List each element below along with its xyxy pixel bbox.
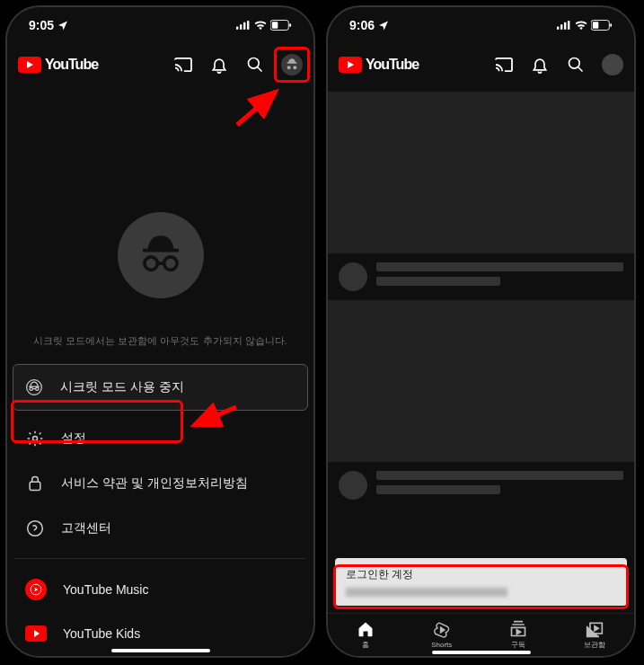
bell-icon[interactable]: [530, 55, 550, 75]
svg-point-9: [163, 257, 177, 270]
help-icon: [25, 519, 45, 538]
wifi-icon: [254, 20, 267, 31]
svg-rect-19: [564, 22, 566, 30]
svg-rect-0: [236, 27, 238, 30]
video-thumbnail[interactable]: [328, 300, 634, 462]
svg-rect-22: [593, 22, 598, 28]
status-indicators: [236, 20, 292, 31]
menu-label: 시크릿 모드 사용 중지: [60, 379, 184, 395]
subscriptions-icon: [509, 620, 527, 638]
svg-point-13: [28, 521, 43, 536]
svg-point-11: [33, 437, 38, 441]
account-avatar[interactable]: [602, 54, 623, 75]
incognito-icon: [118, 212, 204, 298]
youtube-brand-text: YouTube: [45, 57, 98, 73]
youtube-kids-icon: [25, 625, 47, 642]
toast-title: 로그인한 계정: [346, 567, 616, 582]
svg-rect-17: [557, 27, 559, 30]
video-subtitle-placeholder: [376, 277, 500, 286]
youtube-logo[interactable]: YouTube: [339, 57, 419, 73]
nav-shorts[interactable]: Shorts: [431, 621, 452, 649]
nav-subscriptions[interactable]: 구독: [509, 620, 527, 650]
home-icon: [357, 620, 375, 638]
bell-icon[interactable]: [209, 55, 229, 75]
nav-home[interactable]: 홈: [357, 620, 375, 650]
library-icon: [586, 620, 604, 638]
youtube-music-button[interactable]: YouTube Music: [14, 566, 306, 613]
svg-rect-5: [272, 22, 278, 28]
svg-rect-6: [289, 23, 291, 27]
video-title-placeholder: [376, 262, 623, 271]
incognito-avatar[interactable]: [281, 54, 303, 75]
svg-rect-12: [30, 482, 40, 490]
location-arrow-icon: [57, 20, 68, 31]
lock-icon: [25, 474, 45, 493]
svg-point-24: [569, 58, 580, 69]
youtube-music-icon: [25, 579, 47, 600]
youtube-play-icon: [18, 57, 41, 73]
help-button[interactable]: 고객센터: [14, 506, 306, 551]
gear-icon: [25, 429, 45, 448]
app-header: YouTube: [328, 43, 634, 86]
phone-left: 9:05 YouTube: [5, 5, 315, 658]
cast-icon[interactable]: [494, 55, 514, 75]
video-card[interactable]: [328, 92, 634, 300]
nav-label: 구독: [511, 640, 525, 650]
youtube-brand-text: YouTube: [366, 57, 419, 73]
nav-label: Shorts: [431, 641, 452, 649]
incognito-small-icon: [24, 377, 44, 397]
login-toast[interactable]: 로그인한 계정: [335, 558, 627, 606]
phone-right: 9:06 YouTube: [326, 5, 636, 658]
channel-avatar[interactable]: [339, 262, 367, 291]
channel-avatar[interactable]: [339, 471, 367, 500]
status-bar: 9:06: [328, 7, 634, 43]
youtube-play-icon: [339, 57, 362, 73]
video-thumbnail[interactable]: [328, 92, 634, 253]
signal-icon: [236, 20, 251, 31]
svg-rect-20: [568, 21, 569, 30]
video-meta: [328, 253, 634, 300]
terms-button[interactable]: 서비스 약관 및 개인정보처리방침: [14, 461, 306, 506]
search-icon[interactable]: [566, 55, 586, 75]
home-indicator[interactable]: [432, 651, 531, 654]
svg-rect-18: [560, 24, 562, 30]
video-meta: [328, 462, 634, 509]
menu-label: 서비스 약관 및 개인정보처리방침: [61, 475, 248, 492]
status-bar: 9:05: [7, 7, 313, 43]
video-title-placeholder: [376, 471, 623, 480]
toast-account-blurred: [346, 588, 507, 597]
incognito-hero: 시크릿 모드에서는 보관함에 아무것도 추가되지 않습니다.: [7, 86, 313, 348]
menu-sheet: 시크릿 모드 사용 중지 설정 서비스 약관 및 개인정보처리방침 고객센터: [7, 364, 313, 654]
wifi-icon: [575, 20, 587, 31]
menu-divider: [14, 558, 306, 559]
shorts-icon: [433, 621, 451, 639]
nav-label: 홈: [362, 640, 369, 650]
menu-label: 설정: [61, 430, 86, 447]
signal-icon: [557, 20, 571, 31]
app-header: YouTube: [7, 43, 313, 86]
settings-button[interactable]: 설정: [14, 416, 306, 461]
status-time: 9:05: [29, 18, 54, 32]
search-icon[interactable]: [245, 55, 265, 75]
video-card[interactable]: [328, 300, 634, 509]
svg-point-7: [249, 58, 260, 69]
nav-library[interactable]: 보관함: [584, 620, 605, 650]
status-indicators: [557, 20, 613, 31]
menu-label: YouTube Kids: [63, 626, 140, 641]
cast-icon[interactable]: [173, 55, 193, 75]
stop-incognito-button[interactable]: 시크릿 모드 사용 중지: [13, 364, 308, 411]
battery-icon: [591, 20, 613, 31]
video-feed[interactable]: [328, 86, 634, 509]
svg-point-8: [144, 257, 157, 270]
home-indicator[interactable]: [111, 649, 210, 652]
svg-rect-2: [243, 22, 245, 30]
svg-rect-3: [247, 21, 249, 30]
incognito-message: 시크릿 모드에서는 보관함에 아무것도 추가되지 않습니다.: [33, 334, 287, 348]
nav-label: 보관함: [584, 640, 605, 650]
battery-icon: [270, 20, 292, 31]
menu-label: YouTube Music: [63, 582, 148, 597]
location-arrow-icon: [378, 20, 389, 31]
menu-label: 고객센터: [61, 520, 111, 536]
video-subtitle-placeholder: [376, 485, 500, 494]
youtube-logo[interactable]: YouTube: [18, 57, 98, 73]
